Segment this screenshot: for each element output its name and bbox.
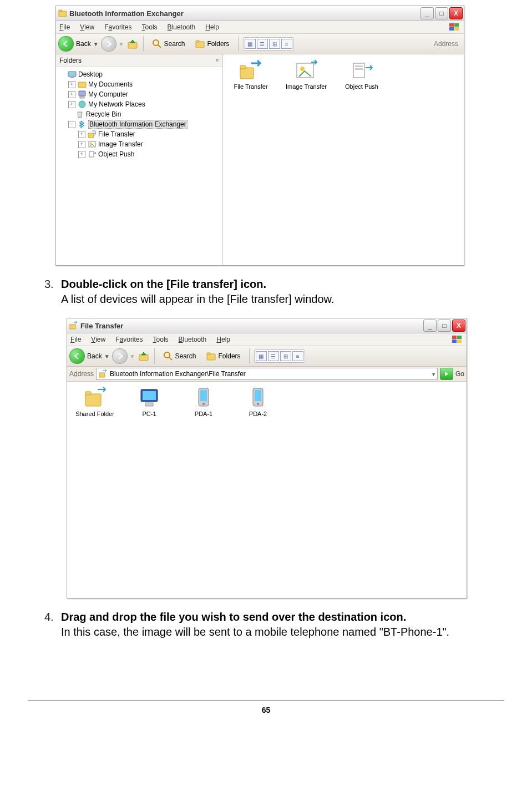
svg-rect-40 xyxy=(85,392,91,395)
tree-file-transfer[interactable]: + File Transfer xyxy=(58,129,220,139)
view-mode-icon[interactable]: ≡ xyxy=(281,39,292,49)
up-folder-button[interactable] xyxy=(126,38,139,50)
menu-bluetooth[interactable]: Bluetooth xyxy=(179,336,207,343)
item-file-transfer[interactable]: File Transfer xyxy=(229,60,273,90)
menu-help[interactable]: Help xyxy=(205,23,219,31)
tree-object-push[interactable]: + Object Push xyxy=(58,149,220,159)
menu-file[interactable]: File xyxy=(59,23,70,31)
desktop-icon xyxy=(68,70,77,79)
svg-rect-11 xyxy=(68,72,76,77)
item-pda-2[interactable]: PDA-2 xyxy=(236,387,280,417)
window-title: File Transfer xyxy=(80,322,423,330)
tree-my-documents[interactable]: + My Documents xyxy=(58,79,220,89)
tree-my-computer[interactable]: + My Computer xyxy=(58,89,220,99)
menu-favorites[interactable]: Favorites xyxy=(115,336,143,343)
menu-bluetooth[interactable]: Bluetooth xyxy=(168,23,196,31)
address-field[interactable]: Bluetooth Information Exchanger\File Tra… xyxy=(96,368,438,380)
folders-button[interactable]: Folders xyxy=(202,349,245,363)
forward-dropdown-icon[interactable]: ▼ xyxy=(119,41,124,47)
tree-my-network[interactable]: + My Network Places xyxy=(58,99,220,109)
tree-desktop[interactable]: Desktop xyxy=(58,69,220,79)
expand-icon[interactable]: + xyxy=(78,131,85,138)
close-button[interactable]: X xyxy=(449,7,463,19)
file-transfer-icon xyxy=(69,321,78,330)
item-object-push[interactable]: Object Push xyxy=(340,60,384,90)
file-transfer-icon xyxy=(88,130,97,139)
menu-tools[interactable]: Tools xyxy=(142,23,158,31)
forward-button[interactable] xyxy=(101,36,116,52)
back-dropdown-icon[interactable]: ▼ xyxy=(93,41,99,47)
tree-image-transfer[interactable]: + Image Transfer xyxy=(58,139,220,149)
menu-file[interactable]: File xyxy=(70,336,81,343)
minimize-button[interactable]: _ xyxy=(423,320,437,332)
expand-icon[interactable]: + xyxy=(68,81,75,88)
view-mode-icon[interactable]: ☰ xyxy=(257,39,268,49)
go-button[interactable] xyxy=(440,368,453,380)
menu-tools[interactable]: Tools xyxy=(153,336,169,343)
item-label: PC-1 xyxy=(142,410,156,417)
svg-rect-45 xyxy=(200,390,207,401)
svg-line-8 xyxy=(158,45,161,48)
view-mode-icon[interactable]: ▦ xyxy=(245,39,256,49)
back-button[interactable] xyxy=(69,348,85,364)
svg-rect-5 xyxy=(454,27,459,31)
svg-point-16 xyxy=(79,101,85,108)
svg-rect-37 xyxy=(207,353,210,354)
forward-dropdown-icon[interactable]: ▼ xyxy=(130,353,135,359)
tree-bluetooth-exchanger[interactable]: − Bluetooth Information Exchanger xyxy=(58,119,220,129)
search-button[interactable]: Search xyxy=(148,37,189,50)
address-label: Address xyxy=(69,370,94,378)
menu-view[interactable]: View xyxy=(91,336,105,343)
svg-rect-14 xyxy=(79,91,85,96)
svg-rect-12 xyxy=(70,77,74,78)
back-button[interactable] xyxy=(58,36,74,52)
svg-rect-39 xyxy=(85,394,101,406)
go-label: Go xyxy=(455,370,464,378)
svg-rect-31 xyxy=(452,339,457,343)
expand-icon[interactable]: + xyxy=(68,91,75,98)
maximize-button[interactable]: □ xyxy=(435,7,448,19)
close-button[interactable]: X xyxy=(452,320,465,332)
view-mode-icon[interactable]: ☰ xyxy=(268,351,279,361)
view-mode-icon[interactable]: ≡ xyxy=(292,351,303,361)
window-file-transfer: File Transfer _ □ X File View Favorites … xyxy=(67,318,467,599)
expand-icon[interactable]: + xyxy=(78,141,85,148)
up-folder-button[interactable] xyxy=(138,350,150,362)
svg-rect-6 xyxy=(128,42,137,48)
svg-rect-28 xyxy=(70,325,75,329)
address-bar: Address Bluetooth Information Exchanger\… xyxy=(67,367,467,382)
minimize-button[interactable]: _ xyxy=(420,7,434,19)
item-shared-folder[interactable]: Shared Folder xyxy=(73,387,117,417)
expand-icon[interactable]: + xyxy=(78,151,85,158)
menu-view[interactable]: View xyxy=(80,23,94,31)
item-pc-1[interactable]: PC-1 xyxy=(127,387,171,417)
back-dropdown-icon[interactable]: ▼ xyxy=(104,353,110,359)
menu-help[interactable]: Help xyxy=(216,336,230,343)
search-button[interactable]: Search xyxy=(159,349,200,363)
forward-button[interactable] xyxy=(112,348,128,364)
folder-tree[interactable]: Desktop + My Documents + My Computer + M… xyxy=(56,67,222,161)
folders-label: Folders xyxy=(207,40,230,48)
view-mode-icon[interactable]: ⊞ xyxy=(269,39,280,49)
folders-button[interactable]: Folders xyxy=(191,37,234,50)
folders-icon xyxy=(195,39,205,49)
view-mode-icon[interactable]: ⊞ xyxy=(280,351,291,361)
svg-rect-32 xyxy=(457,339,462,343)
menu-favorites[interactable]: Favorites xyxy=(104,23,131,31)
item-image-transfer[interactable]: Image Transfer xyxy=(284,60,328,90)
item-label: Shared Folder xyxy=(75,410,114,417)
svg-point-7 xyxy=(153,40,159,45)
item-pda-1[interactable]: PDA-1 xyxy=(181,387,226,417)
view-mode-buttons[interactable]: ▦ ☰ ⊞ ≡ xyxy=(254,349,305,363)
svg-rect-22 xyxy=(240,65,246,69)
view-mode-icon[interactable]: ▦ xyxy=(256,351,267,361)
window-title: Bluetooth Information Exchanger xyxy=(69,9,420,18)
tree-recycle-bin[interactable]: Recycle Bin xyxy=(58,109,220,119)
view-mode-buttons[interactable]: ▦ ☰ ⊞ ≡ xyxy=(243,37,294,50)
maximize-button[interactable]: □ xyxy=(438,320,451,332)
svg-rect-33 xyxy=(139,354,148,361)
address-dropdown-icon[interactable]: ▾ xyxy=(432,371,435,377)
close-pane-button[interactable]: × xyxy=(215,57,219,64)
expand-icon[interactable]: + xyxy=(68,101,75,108)
collapse-icon[interactable]: − xyxy=(68,121,75,128)
